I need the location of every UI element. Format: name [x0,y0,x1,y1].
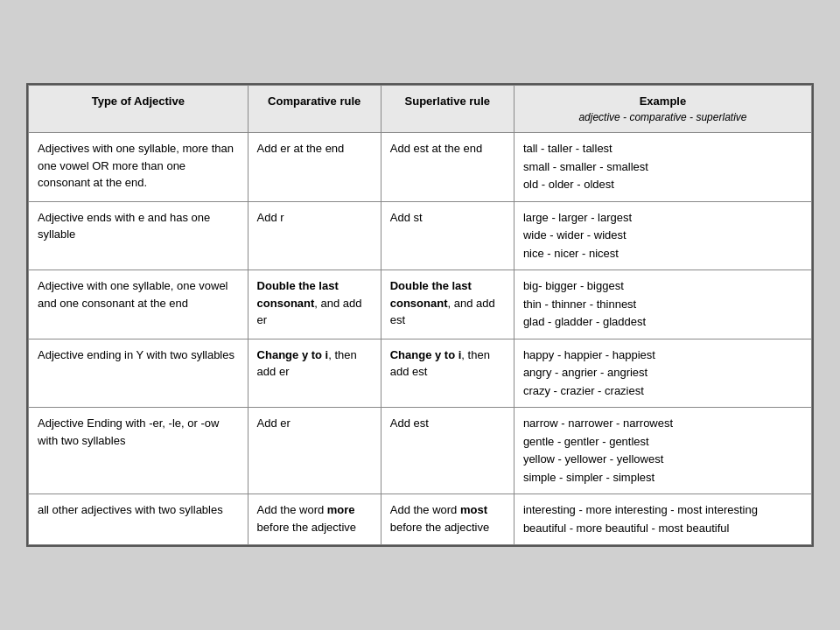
cell-examples: happy - happier - happiestangry - angrie… [514,339,811,408]
example-header-sub: adjective - comparative - superlative [523,109,802,125]
header-superlative: Superlative rule [381,85,514,133]
cell-type: Adjective ends with e and has one syllab… [29,201,248,270]
list-item: wide - wider - widest [523,227,802,244]
cell-comparative: Change y to i, then add er [248,339,381,408]
list-item: interesting - more interesting - most in… [523,501,802,519]
example-header-main: Example [640,94,686,108]
cell-comparative: Add er [248,408,381,494]
list-item: simple - simpler - simplest [523,469,802,486]
table-header-row: Type of Adjective Comparative rule Super… [29,85,812,133]
cell-type: Adjective ending in Y with two syllables [29,339,248,408]
list-item: old - older - oldest [523,176,802,193]
cell-type: all other adjectives with two syllables [29,494,248,545]
table-row: Adjective Ending with -er, -le, or -ow w… [29,408,812,494]
cell-superlative: Add the word most before the adjective [381,494,514,545]
grammar-table-wrapper: Type of Adjective Comparative rule Super… [26,83,814,548]
cell-type: Adjective Ending with -er, -le, or -ow w… [29,408,248,494]
table-row: Adjective ending in Y with two syllables… [29,339,812,408]
header-comparative: Comparative rule [248,85,381,133]
list-item: beautiful - more beautiful - most beauti… [523,520,802,537]
list-item: crazy - crazier - craziest [523,382,802,400]
list-item: angry - angrier - angriest [523,364,802,382]
list-item: yellow - yellower - yellowest [523,451,802,468]
table-row: Adjectives with one syllable, more than … [29,133,812,202]
list-item: gentle - gentler - gentlest [523,433,802,451]
cell-examples: big- bigger - biggestthin - thinner - th… [514,270,811,340]
list-item: tall - taller - tallest [523,140,802,158]
list-item: narrow - narrower - narrowest [523,415,802,432]
cell-examples: interesting - more interesting - most in… [514,494,811,545]
cell-comparative: Add the word more before the adjective [248,494,381,545]
cell-comparative: Add er at the end [248,133,381,202]
cell-comparative: Add r [248,201,381,270]
cell-superlative: Add st [381,201,514,270]
table-row: all other adjectives with two syllablesA… [29,494,812,545]
cell-type: Adjectives with one syllable, more than … [29,133,248,202]
cell-superlative: Change y to i, then add est [381,339,514,408]
cell-examples: narrow - narrower - narrowestgentle - ge… [514,408,811,494]
cell-comparative: Double the last consonant, and add er [248,270,381,340]
list-item: large - larger - largest [523,209,802,227]
table-row: Adjective with one syllable, one vowel a… [29,270,812,340]
cell-examples: tall - taller - tallestsmall - smaller -… [514,133,811,202]
cell-superlative: Double the last consonant, and add est [381,270,514,340]
list-item: thin - thinner - thinnest [523,296,802,313]
header-type: Type of Adjective [29,85,248,133]
list-item: happy - happier - happiest [523,346,802,364]
adjective-rules-table: Type of Adjective Comparative rule Super… [28,85,812,546]
list-item: small - smaller - smallest [523,158,802,176]
list-item: nice - nicer - nicest [523,245,802,262]
list-item: glad - gladder - gladdest [523,313,802,331]
cell-examples: large - larger - largestwide - wider - w… [514,201,811,270]
cell-type: Adjective with one syllable, one vowel a… [29,270,248,340]
cell-superlative: Add est [381,408,514,494]
list-item: big- bigger - biggest [523,277,802,295]
table-row: Adjective ends with e and has one syllab… [29,201,812,270]
header-example: Example adjective - comparative - superl… [514,85,811,133]
cell-superlative: Add est at the end [381,133,514,202]
